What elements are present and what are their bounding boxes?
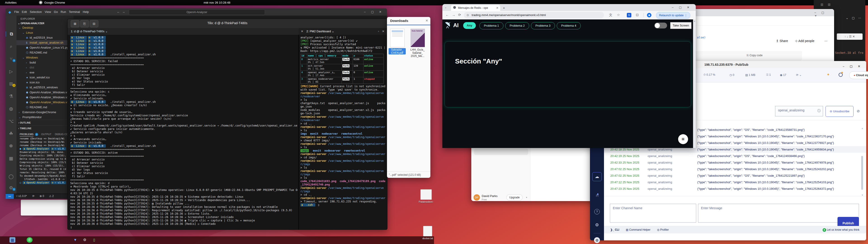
- github-icon[interactable]: ◍: [590, 237, 604, 243]
- close-icon[interactable]: ✕: [426, 19, 428, 22]
- manage-gear-icon[interactable]: ⚙1: [6, 185, 17, 190]
- page-scrollbar[interactable]: ▲: [693, 20, 696, 148]
- timeline-section[interactable]: › TIMELINE: [17, 125, 73, 131]
- channel-name-input[interactable]: Enter Channel Name: [610, 204, 696, 222]
- tree-item[interactable]: ★icon.ico: [17, 80, 73, 85]
- chat-history-item[interactable]: [474, 170, 528, 177]
- desktop-icon-palabras[interactable]: Palabrasbon-: [416, 189, 436, 203]
- tree-item[interactable]: ⬢OpenAI-Analizer_Windows.v1.py: [17, 90, 73, 95]
- tree-item[interactable]: ★icon_windef.ico: [17, 75, 73, 80]
- tab-close-icon[interactable]: ✕: [496, 5, 498, 11]
- profile-avatar-icon[interactable]: ☻: [647, 13, 651, 18]
- clear-messages-icon[interactable]: ⊘: [857, 109, 860, 113]
- pubsub-message-row[interactable]: 20:42:33 25 Nov 2025 openai_analizeimg {…: [604, 159, 866, 166]
- chat-history-item[interactable]: [474, 163, 528, 170]
- new-tab-icon[interactable]: +: [503, 6, 505, 10]
- ai-sparkles-icon[interactable]: ✦: [827, 72, 830, 77]
- more-options-icon[interactable]: ⋯: [825, 39, 828, 43]
- tree-item[interactable]: ›build: [17, 60, 73, 65]
- file-label[interactable]: LHH_Guía_Salarial_2025_Me...: [409, 48, 426, 58]
- left-terminal-tab[interactable]: 1: d @ d-ThinkPad-T480s ⌄: [68, 28, 302, 35]
- tree-item[interactable]: ⌄PromptMonitor: [17, 115, 73, 120]
- take-screen-button[interactable]: Take Screen: [670, 22, 691, 29]
- sync-icon[interactable]: ⟳: [32, 194, 35, 198]
- chat-history-item[interactable]: [474, 156, 528, 162]
- tab-debug-console[interactable]: DEBUG CO: [55, 133, 68, 135]
- battery-icon[interactable]: ▯: [91, 237, 97, 243]
- outline-section[interactable]: › OUTLINE: [17, 120, 73, 125]
- cloud-sign-in-button[interactable]: ◕ Cloud sign in: [849, 71, 868, 79]
- bookmark-star-icon[interactable]: ☆: [617, 13, 620, 17]
- shield-icon[interactable]: ▼: [72, 237, 78, 243]
- extension-icon[interactable]: ⊡: [636, 13, 639, 17]
- tree-item[interactable]: ⬢OpenAI-Analizer_Windows.v3.py: [17, 100, 73, 105]
- reload-icon[interactable]: ⟳: [458, 13, 461, 17]
- menu-go[interactable]: Go: [54, 10, 58, 13]
- remote-indicator[interactable]: ><: [6, 194, 14, 199]
- docker-icon[interactable]: ▦: [6, 156, 17, 161]
- url-bar[interactable]: ⊙ trading.mm4.me/openaiserver/monit/open…: [464, 12, 604, 18]
- forward-icon[interactable]: →: [452, 13, 455, 17]
- terminal-left[interactable]: Linux v1.0.0 Linux v1.0.0 Linux v1.0.0 L…: [70, 36, 298, 228]
- message-input[interactable]: Enter Message: [698, 204, 859, 222]
- pubsub-message-row[interactable]: 20:47:02 25 Nov 2025 openai_analizeimg {…: [604, 166, 866, 172]
- refresh-icon[interactable]: ⟳ ⌄: [796, 73, 802, 77]
- pubsub-message-row[interactable]: 20:47:12 25 Nov 2025 openai_analizeimg {…: [604, 179, 866, 185]
- menu-help[interactable]: Help: [83, 10, 89, 13]
- find-widget[interactable]: ↑ ↓ ☰ ✕: [837, 33, 863, 40]
- chat-history-item[interactable]: [474, 178, 528, 184]
- files-folder-icon[interactable]: ▆: [9, 237, 16, 243]
- tab-output[interactable]: OUTPUT: [41, 133, 51, 135]
- menu-terminal[interactable]: Terminal: [69, 10, 80, 13]
- explorer-icon[interactable]: ⧉: [6, 31, 17, 37]
- menu-run[interactable]: Run: [61, 10, 66, 13]
- kubernetes-icon[interactable]: ☸: [6, 143, 17, 149]
- tree-item[interactable]: ›dist: [17, 65, 73, 70]
- tree-item[interactable]: ⓘREADME.md: [17, 50, 73, 55]
- pdf-thumbnail-salvador[interactable]: [390, 29, 405, 47]
- notifications-bell-icon[interactable]: ∩3: [590, 193, 604, 198]
- tree-item[interactable]: ≣id_ed25519_windows: [17, 85, 73, 90]
- add-people-button[interactable]: ⊹ Add people: [795, 39, 814, 43]
- scroll-down-icon[interactable]: ▾: [526, 196, 527, 199]
- unsubscribe-button[interactable]: ⊖ Unsubscribe: [826, 106, 854, 117]
- menu-view[interactable]: View: [45, 10, 51, 13]
- subscribed-channel-input[interactable]: openai_analizeimg ⓘ: [775, 106, 823, 116]
- upgrade-button[interactable]: Upgrade: [506, 194, 523, 201]
- command-helper-tab[interactable]: ▤ Command Helper: [626, 228, 651, 231]
- pdf-thumbnail-lhh[interactable]: Guía Salarial: [410, 29, 425, 47]
- clock[interactable]: mié nov 26 10:28:48: [0, 1, 434, 4]
- tree-item[interactable]: ⬢OpenAI-Analizer_Linux.V1.py: [17, 45, 73, 50]
- help-icon[interactable]: ?: [590, 209, 604, 214]
- errors-status[interactable]: ⊗ 0: [39, 194, 44, 198]
- chat-history-item[interactable]: [474, 185, 528, 191]
- pubsub-message-row[interactable]: 20:47:02 25 Nov 2025 openai_analizeimg {…: [604, 172, 866, 179]
- chat-history-item[interactable]: [474, 149, 528, 155]
- gitlens-icon[interactable]: ⌥: [6, 118, 17, 124]
- git-branch-status[interactable]: ⑂ v1.0.0*: [16, 194, 27, 198]
- back-icon[interactable]: ←: [445, 13, 449, 17]
- pubsub-message-row[interactable]: 20:47:23 25 Nov 2025 openai_analizeimg {…: [604, 185, 866, 192]
- github-icon[interactable]: ◍: [6, 106, 17, 111]
- leaf-extension-icon[interactable]: ☘: [6, 131, 17, 136]
- testing-flask-icon[interactable]: ⚗: [6, 94, 17, 99]
- search-icon[interactable]: ⌕: [6, 44, 17, 49]
- copy-code-button[interactable]: ⎘ Copy code: [747, 54, 763, 57]
- browser-tab[interactable]: Mensajes de Redis - ope ✕: [451, 5, 500, 11]
- bitwarden-icon[interactable]: b: [627, 13, 631, 18]
- relaunch-to-update-button[interactable]: Relaunch to update ⋮: [656, 12, 690, 19]
- tree-item[interactable]: ⌄Desktop: [17, 25, 73, 30]
- cloud-nav-icon[interactable]: ☁: [590, 172, 604, 181]
- window-controls[interactable]: – ▢ ✕: [672, 6, 692, 9]
- pane-divider[interactable]: [298, 35, 299, 230]
- close-pane2-icon[interactable]: ✕: [382, 28, 384, 35]
- tree-item[interactable]: ⌄Windows: [17, 55, 73, 60]
- window-controls[interactable]: – ▢ ✕: [364, 10, 384, 13]
- tree-item[interactable]: ⓘREADME.md: [17, 105, 73, 110]
- scroll-up-caret[interactable]: ▲: [861, 127, 864, 129]
- filter-problema4-button[interactable]: Problema 4: [557, 22, 581, 29]
- whatsapp-icon[interactable]: ✆: [27, 237, 33, 243]
- layout-icons[interactable]: ▥ ▥: [820, 3, 832, 6]
- menu-selection[interactable]: Selection: [30, 10, 42, 13]
- info-icon[interactable]: ⓘ: [817, 109, 820, 113]
